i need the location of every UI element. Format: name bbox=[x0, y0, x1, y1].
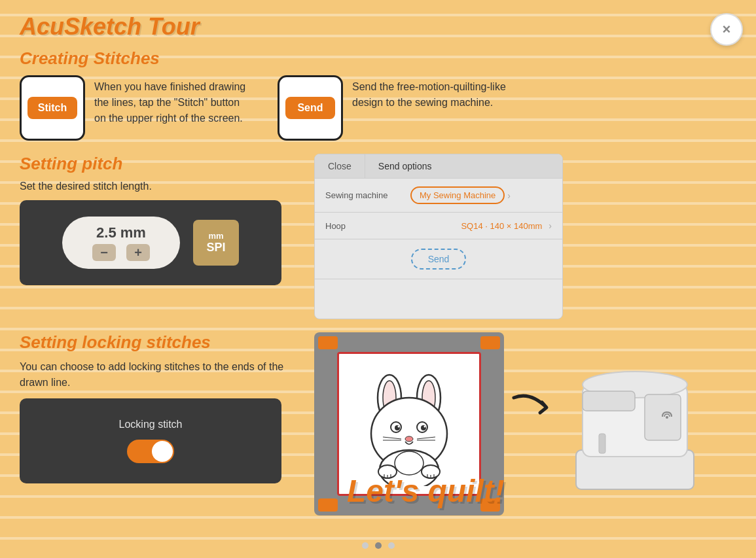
svg-point-9 bbox=[398, 426, 400, 428]
send-options-panel: Close Send options Sewing machine My Sew… bbox=[314, 154, 563, 319]
send-button[interactable]: Send bbox=[285, 97, 334, 119]
hoop-label: Hoop bbox=[325, 221, 410, 231]
sewing-machine-value: My Sewing Machine bbox=[410, 186, 505, 204]
stitch-button[interactable]: Stitch bbox=[27, 97, 77, 119]
toggle-container[interactable] bbox=[127, 440, 174, 463]
panel-send-button[interactable]: Send bbox=[411, 249, 467, 270]
svg-point-25 bbox=[395, 451, 423, 475]
send-button-box: Send bbox=[278, 75, 343, 141]
svg-point-11 bbox=[405, 436, 413, 442]
hoop-row: Hoop SQ14 · 140 × 140mm › bbox=[315, 213, 562, 239]
close-button[interactable]: × bbox=[710, 13, 743, 46]
pitch-minus-button[interactable]: − bbox=[92, 244, 116, 261]
locking-description: You can choose to add locking stitches t… bbox=[20, 359, 295, 391]
stitch-card: Stitch When you have finished drawing th… bbox=[20, 75, 251, 141]
hoop-corner-bl bbox=[318, 498, 338, 512]
svg-point-10 bbox=[424, 426, 426, 428]
locking-toggle-label: Locking stitch bbox=[119, 419, 183, 430]
sewing-machine bbox=[569, 332, 700, 515]
panel-header: Close Send options bbox=[315, 154, 562, 179]
mm-spi-box: mm SPI bbox=[193, 220, 239, 266]
pitch-display: 2.5 mm − + mm SPI bbox=[20, 200, 281, 285]
sewing-machine-label: Sewing machine bbox=[325, 190, 410, 200]
hoop-corner-tl bbox=[318, 336, 338, 349]
locking-heading: Setting locking stitches bbox=[20, 332, 295, 353]
svg-rect-31 bbox=[583, 391, 635, 411]
locking-section: Setting locking stitches You can choose … bbox=[20, 332, 295, 515]
send-card-text: Send the free-motion-quilting-like desig… bbox=[352, 75, 509, 111]
panel-title: Send options bbox=[365, 154, 445, 178]
svg-rect-32 bbox=[599, 434, 605, 453]
stitch-card-text: When you have finished drawing the lines… bbox=[94, 75, 251, 126]
send-card: Send Send the free-motion-quilting-like … bbox=[278, 75, 509, 141]
arrow-icon bbox=[511, 385, 563, 424]
pitch-plus-button[interactable]: + bbox=[126, 244, 150, 261]
bunny-illustration bbox=[347, 362, 471, 486]
stitch-button-box: Stitch bbox=[20, 75, 85, 141]
pitch-description: Set the desired stitch length. bbox=[20, 181, 295, 192]
sewing-machine-row: Sewing machine My Sewing Machine › bbox=[315, 179, 562, 213]
pitch-oval: 2.5 mm − + bbox=[62, 217, 180, 269]
lets-quilt-text: Let's quilt! bbox=[347, 473, 505, 509]
panel-send-row: Send bbox=[315, 239, 562, 279]
page-title: AcuSketch Tour bbox=[20, 13, 736, 41]
arrow-area bbox=[511, 332, 563, 424]
mm-label: mm bbox=[208, 231, 223, 241]
creating-stitches-heading: Creating Stitches bbox=[20, 48, 736, 69]
pitch-value: 2.5 mm bbox=[96, 224, 146, 241]
locking-display: Locking stitch bbox=[20, 398, 281, 483]
svg-point-30 bbox=[666, 416, 668, 419]
quilt-section: Let's quilt! bbox=[314, 332, 736, 515]
hoop-corner-tr bbox=[480, 336, 500, 349]
toggle-thumb bbox=[152, 441, 173, 462]
pitch-section: Setting pitch Set the desired stitch len… bbox=[20, 154, 295, 319]
sewing-machine-svg bbox=[569, 332, 700, 502]
hoop-value: SQ14 · 140 × 140mm bbox=[410, 221, 549, 231]
svg-rect-29 bbox=[645, 394, 681, 440]
toggle-track[interactable] bbox=[127, 440, 174, 463]
spi-label: SPI bbox=[206, 241, 225, 254]
panel-bottom-space bbox=[315, 279, 562, 319]
creating-stitches-section: Creating Stitches Stitch When you have f… bbox=[20, 48, 736, 141]
pitch-heading: Setting pitch bbox=[20, 154, 295, 174]
panel-close-label: Close bbox=[315, 154, 365, 178]
